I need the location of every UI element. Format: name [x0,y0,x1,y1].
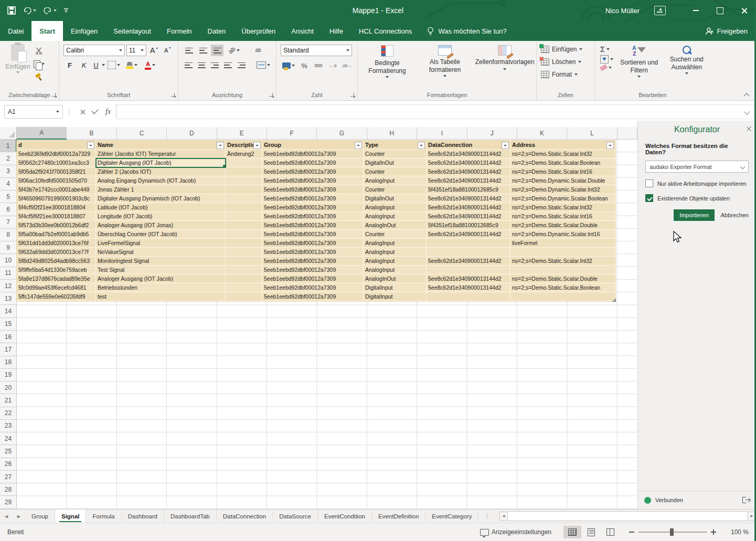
ribbon-display-options-icon[interactable] [654,6,666,15]
table-cell[interactable]: ns=2;s=Demo.Static.Scalar.Double [510,221,615,230]
comma-style-button[interactable]: 000 [312,60,325,71]
select-all-corner[interactable] [0,127,17,140]
table-cell[interactable] [226,283,262,292]
sort-filter-button[interactable]: AZ Sortieren und Filtern [615,45,663,78]
row-header-27[interactable]: 27 [0,471,17,483]
table-cell[interactable]: 5f5a00bad7b2ef0001ab9db5 [17,230,96,239]
filter-dropdown-icon[interactable] [217,142,224,149]
table-cell[interactable]: DigitalInput [364,283,427,292]
table-cell[interactable]: Zähler (Jacobs IOT) Temperatur [96,150,226,158]
column-header-H[interactable]: H [367,127,417,140]
row-header-13[interactable]: 13 [0,292,17,305]
clipboard-dialog-launcher-icon[interactable] [52,93,57,98]
table-cell[interactable]: 5ee8c62d1e340900013144d2 [427,257,510,266]
table-cell[interactable]: Counter [364,150,427,158]
row-header-12[interactable]: 12 [0,280,17,292]
insert-function-icon[interactable]: fx [105,108,111,116]
table-cell[interactable] [226,167,262,176]
table-cell[interactable] [226,292,262,301]
table-cell[interactable] [427,239,510,248]
table-cell[interactable]: 5eeb1eebd92dbf00012a7309 [262,248,364,257]
table-cell[interactable] [427,266,510,274]
table-cell[interactable]: Änderung2 [226,150,262,158]
underline-button[interactable]: U [92,59,104,71]
bold-button[interactable]: F [63,59,76,71]
user-name[interactable]: Nico Müller [605,7,640,15]
row-header-22[interactable]: 22 [0,407,17,420]
table-cell[interactable]: 5ee8c62d1e340900013144d2 [427,283,510,292]
row-header-5[interactable]: 5 [0,190,17,203]
collapse-ribbon-icon[interactable] [744,93,750,97]
alignment-dialog-launcher-icon[interactable] [269,93,274,98]
table-cell[interactable]: Monitoringtest Signal [96,257,226,266]
confirm-entry-icon[interactable] [91,107,99,114]
active-workbook-checkbox[interactable] [645,179,653,187]
table-cell[interactable] [226,230,262,239]
horizontal-scrollbar-track[interactable] [508,511,748,521]
row-header-26[interactable]: 26 [0,458,17,471]
table-cell[interactable]: 5eeb1eebd92dbf00012a7309 [262,212,364,221]
table-cell[interactable]: ns=2;s=Demo.Dynamic.Scalar.Double [510,176,615,185]
column-header-A[interactable]: A [17,127,67,140]
sheet-tab-dashboard[interactable]: Dashboard [122,510,164,523]
ribbon-tab-daten[interactable]: Daten [200,21,234,41]
delete-cells-button[interactable]: Löschen [541,56,594,68]
row-header-8[interactable]: 8 [0,229,17,241]
increase-decimal-button[interactable]: ←,0 [326,60,339,71]
table-cell[interactable]: 5f4cf5f2f21ee30001818804 [17,203,96,212]
table-cell[interactable]: AnalogInput [364,239,427,248]
ribbon-tab-hilfe[interactable]: Hilfe [322,21,351,41]
number-dialog-launcher-icon[interactable] [350,93,356,98]
table-cell[interactable]: 5ee8c62d1e340900013144d2 [427,212,510,221]
filter-dropdown-icon[interactable] [418,142,425,149]
table-cell[interactable]: 5ee8c62d1e340900013144d2 [427,176,510,185]
pane-close-icon[interactable] [746,126,752,132]
table-cell[interactable]: 5eeb1eebd92dbf00012a7309 [262,185,364,194]
ribbon-tab-formeln[interactable]: Formeln [159,21,200,41]
column-header-C[interactable]: C [117,127,167,140]
table-cell[interactable]: 5eeb1eebd92dbf00012a7309 [262,266,364,274]
row-header-18[interactable]: 18 [0,356,17,369]
table-cell[interactable] [510,248,615,257]
cell-styles-button[interactable]: Zellenformatvorlagen [473,45,536,78]
table-cell[interactable]: 5ee8c62d1e340900013144d2 [427,167,510,176]
wrap-text-button[interactable]: ab [252,45,264,56]
table-cell[interactable]: 5f4351ef18a88100012685c9 [427,221,510,230]
align-left-button[interactable] [183,59,194,71]
grow-font-button[interactable]: A [148,45,160,56]
table-cell[interactable]: liveFormel [510,239,615,248]
cancel-entry-icon[interactable] [80,109,86,115]
sheet-tab-signal[interactable]: Signal [55,510,87,523]
align-top-button[interactable] [183,45,195,56]
conditional-formatting-button[interactable]: Bedingte Formatierung [358,45,417,78]
table-cell[interactable]: 5f632a69dd3d0200013ce77f [17,248,96,257]
number-format-select[interactable]: Standard [281,45,352,56]
table-cell[interactable]: AnalogInput [364,266,427,274]
selected-table-cell[interactable]: Digitaler Ausgang (IOT Jacob) [96,158,226,167]
table-cell[interactable]: AnalogInOut [364,221,427,230]
table-header-cell[interactable]: Name [96,141,226,150]
page-layout-view-button[interactable] [582,526,600,538]
filter-dropdown-icon[interactable] [355,142,362,149]
table-cell[interactable]: Zähler 2 (Jacobs IOT) [96,167,226,176]
zoom-slider[interactable] [638,532,707,533]
column-header-D[interactable]: D [167,127,217,140]
column-header-B[interactable]: B [67,127,116,140]
ribbon-tab-seitenlayout[interactable]: Seitenlayout [105,21,159,41]
table-cell[interactable]: ns=2;s=Demo.Dynamic.Scalar.Int16 [510,230,615,239]
row-header-23[interactable]: 23 [0,420,17,432]
update-objects-checkbox[interactable] [645,194,653,202]
table-cell[interactable] [510,292,615,301]
table-cell[interactable] [510,266,615,274]
autosum-button[interactable]: Σ [600,45,613,53]
table-cell[interactable]: Digitaler Ausgang Dynamisch (IOT Jacob) [96,194,226,203]
table-cell[interactable]: ns=2;s=Demo.Static.Scalar.Boolean [510,283,615,292]
table-cell[interactable]: 5f573d3b30ee0b00012b6df2 [17,221,96,230]
row-header-24[interactable]: 24 [0,432,17,445]
table-cell[interactable]: ns=2;s=Demo.Static.Scalar.Boolean [510,158,615,167]
font-size-select[interactable]: 11 [126,45,147,56]
table-cell[interactable]: 5eeb1eebd92dbf00012a7309 [262,239,364,248]
table-cell[interactable]: 5ffc147de559e0e60235fdf9 [17,292,96,301]
namebox-separator[interactable]: ⋮ [66,108,72,115]
table-cell[interactable]: 5eeb1eebd92dbf00012a7309 [262,167,364,176]
